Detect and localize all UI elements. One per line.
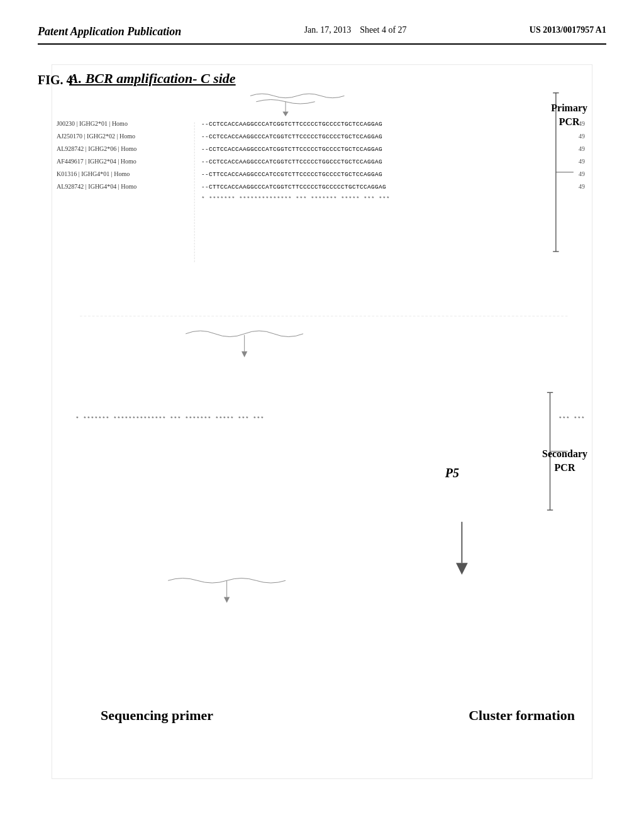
seq-data-3: --CCTCCACCAAGGCCCATCGGTCTTCCCCCTGCCCCTGC… xyxy=(201,146,575,153)
sequencing-primer-label: Sequencing primer xyxy=(101,707,213,724)
secondary-pcr-label: SecondaryPCR xyxy=(542,447,587,475)
seq-data-6: --CTTCCACCAAGGCCCATCGGTCTTCCCCCTGCCCCCTG… xyxy=(201,184,575,191)
seq-num-2: 49 xyxy=(579,133,585,140)
seq-row-4: AF449617 | IGHG2*04 | Homo --CCTCCACCAAG… xyxy=(57,158,585,165)
seq-id-1: J00230 | IGHG2*01 | Homo xyxy=(57,120,201,127)
sheet-info: Sheet 4 of 27 xyxy=(360,25,406,35)
publication-title: Patent Application Publication xyxy=(38,25,181,38)
p5-label: P5 xyxy=(445,466,459,480)
seq-row-2: AJ250170 | IGHG2*02 | Homo --CCTCCACCAAG… xyxy=(57,133,585,140)
seq-id-4: AF449617 | IGHG2*04 | Homo xyxy=(57,158,201,165)
seq-data-2: --CCTCCACCAAGGCCCATCGGTCTTCCCCCTGCCCCTGC… xyxy=(201,133,575,140)
seq-num-5: 49 xyxy=(579,170,585,177)
seq-data-4: --CCTCCACCAAGGCCCATCGGTCTTCCCCCTGGCCCTGC… xyxy=(201,158,575,165)
seq-data-5: --CTTCCACCAAGGCCCATCCGTCTTCCCCCTGCCCCTGC… xyxy=(201,171,575,178)
seq-num-6: 49 xyxy=(579,183,585,190)
seq-data-1: --CCTCCACCAAGGCCCATCGGTCTTCCCCCTGCCCCTGC… xyxy=(201,121,575,128)
stars-data: * ******* ************** *** ******* ***… xyxy=(201,196,585,202)
publication-date-sheet: Jan. 17, 2013 Sheet 4 of 27 xyxy=(304,25,407,35)
svg-marker-13 xyxy=(224,597,230,602)
seq-num-3: 49 xyxy=(579,145,585,152)
sec-seq-end: *** *** xyxy=(558,416,585,423)
svg-marker-11 xyxy=(456,563,468,575)
svg-marker-9 xyxy=(242,351,247,357)
seq-row-1: J00230 | IGHG2*01 | Homo --CCTCCACCAAGGC… xyxy=(57,120,585,128)
sec-stars-data: * ******* ************** *** ******* ***… xyxy=(75,416,556,423)
seq-num-1: 49 xyxy=(579,120,585,127)
figure-label: FIG. 4 xyxy=(38,73,73,87)
page-header: Patent Application Publication Jan. 17, … xyxy=(38,25,606,45)
svg-marker-6 xyxy=(282,112,288,116)
sequence-area: J00230 | IGHG2*01 | Homo --CCTCCACCAAGGC… xyxy=(57,120,585,208)
seq-id-5: K01316 | IGHG4*01 | Homo xyxy=(57,170,201,177)
seq-num-4: 49 xyxy=(579,158,585,165)
secondary-seq-row: * ******* ************** *** ******* ***… xyxy=(57,416,585,423)
seq-id-6: AL928742 | IGHG4*04 | Homo xyxy=(57,183,201,190)
section-title: A. BCR amplification- C side xyxy=(69,70,236,88)
seq-id-3: AL928742 | IGHG2*06 | Homo xyxy=(57,145,201,152)
seq-row-stars: * ******* ************** *** ******* ***… xyxy=(57,196,585,202)
page-container: Patent Application Publication Jan. 17, … xyxy=(0,0,644,830)
seq-row-3: AL928742 | IGHG2*06 | Homo --CCTCCACCAAG… xyxy=(57,145,585,153)
cluster-formation-label: Cluster formation xyxy=(469,707,575,724)
patent-number: US 2013/0017957 A1 xyxy=(530,25,606,35)
secondary-pcr-section: * ******* ************** *** ******* ***… xyxy=(57,416,585,429)
figure-area: FIG. 4 A. BCR amplification- C side Prim… xyxy=(38,64,606,780)
seq-row-6: AL928742 | IGHG4*04 | Homo --CTTCCACCAAG… xyxy=(57,183,585,191)
secondary-pcr-text: SecondaryPCR xyxy=(542,448,587,473)
seq-row-5: K01316 | IGHG4*01 | Homo --CTTCCACCAAGGC… xyxy=(57,170,585,178)
pub-date: Jan. 17, 2013 xyxy=(304,25,352,35)
seq-id-2: AJ250170 | IGHG2*02 | Homo xyxy=(57,133,201,140)
